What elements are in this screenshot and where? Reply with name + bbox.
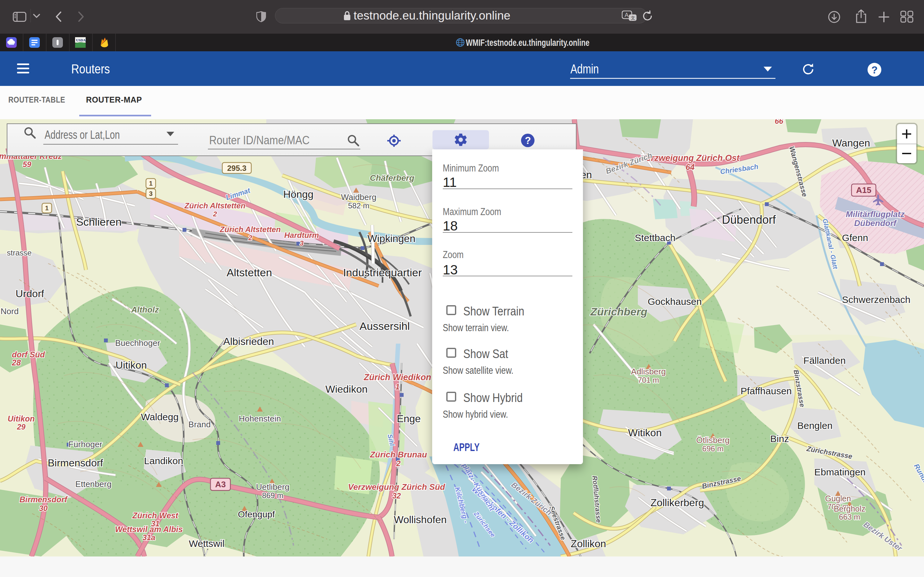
svg-text:Birmensdorf: Birmensdorf: [19, 495, 68, 504]
svg-text:Albisrieden: Albisrieden: [223, 335, 274, 347]
svg-text:Nord: Nord: [1, 306, 19, 316]
svg-text:Waidberg: Waidberg: [341, 192, 376, 202]
svg-text:3: 3: [300, 239, 304, 247]
svg-text:Guglen: Guglen: [825, 494, 851, 503]
svg-text:dorf Süd: dorf Süd: [12, 350, 45, 359]
svg-text:Verzweigung Zürich Süd: Verzweigung Zürich Süd: [348, 482, 446, 492]
svg-text:USDA: USDA: [76, 38, 86, 42]
svg-text:Ebmatingen: Ebmatingen: [814, 467, 866, 477]
svg-text:A3: A3: [215, 480, 226, 489]
svg-text:Zürich Altstetten: Zürich Altstetten: [220, 225, 281, 234]
svg-text:Wollishofen: Wollishofen: [394, 514, 447, 525]
svg-text:Altstetten: Altstetten: [226, 266, 272, 279]
svg-text:Chäferberg: Chäferberg: [370, 173, 415, 183]
svg-text:A15: A15: [856, 185, 871, 195]
svg-text:Wettswil: Wettswil: [189, 538, 224, 549]
svg-text:1: 1: [45, 205, 48, 211]
svg-text:Uitikon: Uitikon: [8, 414, 35, 423]
svg-text:Brand: Brand: [188, 420, 210, 429]
svg-text:Schwerzenbach: Schwerzenbach: [842, 294, 910, 305]
svg-text:Zürich Altstetten: Zürich Altstetten: [184, 201, 246, 210]
svg-text:31a: 31a: [142, 533, 155, 542]
svg-text:Gockhausen: Gockhausen: [648, 296, 702, 307]
svg-text:Wangen: Wangen: [832, 137, 870, 149]
svg-text:Schlieren: Schlieren: [76, 216, 121, 228]
svg-text:strasse: strasse: [7, 248, 31, 257]
svg-text:Binz: Binz: [771, 434, 789, 444]
svg-text:Militärflugplatz: Militärflugplatz: [846, 210, 905, 219]
svg-text:Ofengupf: Ofengupf: [238, 509, 275, 519]
svg-text:Bergholz: Bergholz: [834, 504, 866, 513]
svg-text:Industriequartier: Industriequartier: [343, 266, 422, 279]
svg-text:Zürich Wiedikon: Zürich Wiedikon: [363, 372, 431, 382]
svg-text:32: 32: [393, 492, 401, 500]
svg-text:Zürichberg: Zürichberg: [590, 306, 648, 318]
svg-text:文: 文: [631, 15, 635, 21]
svg-text:Wiedikon: Wiedikon: [325, 384, 368, 395]
svg-text:Gfenn: Gfenn: [842, 232, 868, 243]
svg-text:Aussersihl: Aussersihl: [360, 320, 410, 332]
svg-text:Ötlisberg: Ötlisberg: [696, 435, 730, 445]
svg-text:Wipkingen: Wipkingen: [367, 233, 415, 244]
svg-text:A: A: [625, 12, 628, 18]
svg-text:64: 64: [686, 163, 695, 171]
svg-text:Dübendorf: Dübendorf: [722, 213, 776, 226]
svg-text:2: 2: [248, 234, 252, 242]
svg-text:Fürhoger: Fürhoger: [68, 440, 102, 449]
svg-text:Enge: Enge: [397, 413, 421, 424]
svg-text:Zollikerberg: Zollikerberg: [650, 497, 704, 508]
svg-text:Zürich Brunau: Zürich Brunau: [370, 450, 427, 459]
svg-text:?: ?: [525, 135, 531, 146]
svg-text:Fällanden: Fällanden: [803, 355, 846, 366]
svg-text:1: 1: [395, 382, 399, 391]
svg-text:30: 30: [39, 504, 48, 513]
svg-text:Hardturm: Hardturm: [284, 231, 319, 239]
svg-text:3: 3: [149, 190, 152, 197]
svg-text:Verzweigung Zürich Ost: Verzweigung Zürich Ost: [641, 153, 740, 163]
svg-text:59: 59: [23, 160, 31, 169]
svg-text:Witikon: Witikon: [628, 427, 662, 438]
svg-text:Benglen: Benglen: [797, 420, 833, 431]
svg-text:295.3: 295.3: [227, 164, 246, 172]
svg-text:Pfaffhausen: Pfaffhausen: [740, 386, 792, 396]
svg-text:869 m: 869 m: [262, 491, 284, 500]
svg-text:Uitikon: Uitikon: [115, 359, 147, 371]
svg-text:Birmensdorf: Birmensdorf: [48, 457, 103, 469]
svg-text:701 m: 701 m: [638, 376, 659, 384]
svg-text:582 m: 582 m: [348, 201, 370, 210]
svg-text:Wettswil am Albis: Wettswil am Albis: [115, 525, 183, 534]
svg-text:Zürich West: Zürich West: [132, 511, 179, 520]
svg-text:1: 1: [149, 180, 152, 187]
svg-text:696 m: 696 m: [702, 444, 724, 453]
svg-text:Hohenstein: Hohenstein: [239, 414, 281, 424]
svg-text:Buechhoger: Buechhoger: [115, 338, 160, 348]
svg-text:Landikon: Landikon: [144, 456, 183, 466]
svg-text:663 m: 663 m: [839, 513, 861, 521]
svg-text:?: ?: [871, 64, 878, 76]
svg-text:Höngg: Höngg: [283, 189, 313, 200]
svg-text:Waldegg: Waldegg: [141, 412, 178, 422]
svg-text:29: 29: [17, 422, 26, 431]
svg-text:Stettbach: Stettbach: [635, 232, 676, 243]
svg-text:Uetliberg: Uetliberg: [256, 482, 289, 492]
svg-text:Wangenstrasse: Wangenstrasse: [717, 259, 719, 260]
svg-text:2: 2: [213, 210, 217, 218]
svg-text:Altholz: Altholz: [131, 305, 159, 314]
svg-text:Adlisberg: Adlisberg: [631, 367, 666, 376]
svg-text:Urdorf: Urdorf: [16, 288, 44, 300]
svg-text:Dübendorf: Dübendorf: [854, 218, 897, 228]
svg-text:Zollikon: Zollikon: [571, 538, 606, 550]
svg-text:Ettenberg: Ettenberg: [75, 479, 111, 489]
svg-text:66: 66: [775, 119, 783, 125]
svg-text:2: 2: [396, 459, 401, 468]
svg-text:28: 28: [11, 358, 21, 367]
